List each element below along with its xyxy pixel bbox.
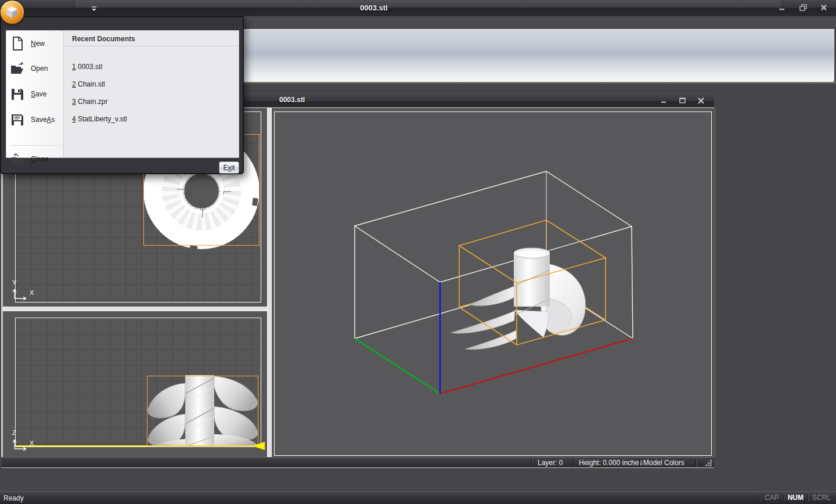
viewport-3d-view[interactable] bbox=[272, 108, 716, 457]
horizontal-splitter[interactable] bbox=[3, 307, 269, 311]
document-status-bar: Layer: 0 Height: 0.000 inches Model Colo… bbox=[1, 457, 714, 467]
menu-item-saveas[interactable]: SaveAs bbox=[8, 108, 62, 131]
menu-item-save[interactable]: Save bbox=[8, 82, 62, 106]
menu-commands-panel: New Open Save bbox=[6, 30, 64, 158]
viewport-front-canvas[interactable] bbox=[15, 318, 261, 447]
window-title: 0003.stl bbox=[360, 3, 388, 12]
close-button[interactable] bbox=[817, 2, 830, 13]
resize-grip[interactable] bbox=[705, 459, 712, 467]
axis-y-green bbox=[355, 339, 440, 394]
scroll-lock-indicator: SCRL bbox=[808, 494, 835, 502]
viewport-3d-canvas[interactable] bbox=[274, 111, 712, 456]
vertical-splitter[interactable] bbox=[267, 108, 272, 457]
restore-button[interactable] bbox=[797, 2, 809, 13]
document-close-button[interactable] bbox=[694, 95, 707, 106]
save-icon bbox=[10, 87, 27, 102]
recent-documents-panel: Recent Documents 1 0003.stl 2 Chain.stl … bbox=[64, 30, 239, 158]
status-separator bbox=[639, 459, 640, 467]
document-maximize-button[interactable] bbox=[676, 95, 689, 106]
layer-field: Layer: 0 bbox=[538, 459, 563, 467]
recent-document-4[interactable]: 4 StatLiberty_v.stl bbox=[72, 115, 127, 123]
menu-item-close[interactable]: Close bbox=[8, 147, 62, 171]
recent-document-1[interactable]: 1 0003.stl bbox=[72, 63, 102, 71]
title-bar-highlight bbox=[75, 0, 781, 8]
viewport-front-view[interactable]: Z X bbox=[3, 311, 267, 457]
title-bar: 0003.stl bbox=[0, 0, 836, 16]
menu-item-new[interactable]: New bbox=[8, 32, 62, 55]
axis-vertical-label: Z bbox=[12, 429, 16, 436]
status-separator bbox=[574, 459, 574, 467]
new-document-icon bbox=[10, 36, 27, 51]
front-view-selection-box[interactable] bbox=[147, 376, 258, 447]
recent-documents-header: Recent Documents bbox=[72, 35, 135, 43]
document-title: 0003.stl bbox=[279, 96, 305, 104]
exit-button[interactable]: Exit bbox=[219, 161, 239, 174]
num-lock-indicator: NUM bbox=[784, 494, 808, 502]
menu-item-open[interactable]: Open bbox=[8, 57, 62, 80]
top-view-axis-indicator: Y X bbox=[8, 280, 38, 303]
caps-lock-indicator: CAP bbox=[761, 494, 783, 502]
keyboard-state-indicators: CAP NUM SCRL bbox=[760, 494, 835, 502]
axis-x-red bbox=[440, 339, 633, 394]
cube-logo-icon bbox=[5, 5, 19, 19]
open-folder-icon bbox=[10, 61, 27, 76]
minimize-button[interactable] bbox=[776, 2, 788, 13]
height-field: Height: 0.000 inches bbox=[579, 459, 642, 467]
application-window: 0003.stl 0003.stl bbox=[0, 0, 836, 504]
recent-document-2[interactable]: 2 Chain.stl bbox=[72, 80, 105, 88]
axis-horizontal-label: X bbox=[30, 289, 34, 296]
layer-position-marker[interactable] bbox=[253, 442, 265, 450]
status-separator bbox=[531, 459, 532, 467]
axis-vertical-label: Y bbox=[12, 279, 16, 286]
recent-document-3[interactable]: 3 Chain.zpr bbox=[72, 98, 107, 106]
close-file-icon bbox=[10, 152, 27, 167]
recent-documents-separator bbox=[64, 46, 238, 46]
window-controls bbox=[776, 2, 830, 13]
application-menu: New Open Save bbox=[0, 16, 244, 174]
model-colors-field: Model Colors bbox=[643, 459, 684, 467]
quick-access-chevron-icon[interactable] bbox=[90, 4, 98, 11]
status-separator bbox=[696, 459, 696, 467]
front-view-axis-indicator: Z X bbox=[8, 430, 38, 453]
application-status-bar: Ready CAP NUM SCRL bbox=[0, 491, 836, 504]
axis-horizontal-label: X bbox=[30, 440, 34, 447]
menu-separator bbox=[10, 145, 61, 146]
build-volume-box bbox=[355, 171, 633, 339]
status-message: Ready bbox=[3, 494, 24, 502]
document-window-controls bbox=[657, 95, 707, 106]
3d-scene bbox=[275, 112, 712, 456]
document-minimize-button[interactable] bbox=[657, 95, 670, 106]
save-as-icon bbox=[10, 112, 27, 127]
application-orb-button[interactable] bbox=[1, 1, 24, 24]
model-screw-3d bbox=[451, 248, 585, 350]
